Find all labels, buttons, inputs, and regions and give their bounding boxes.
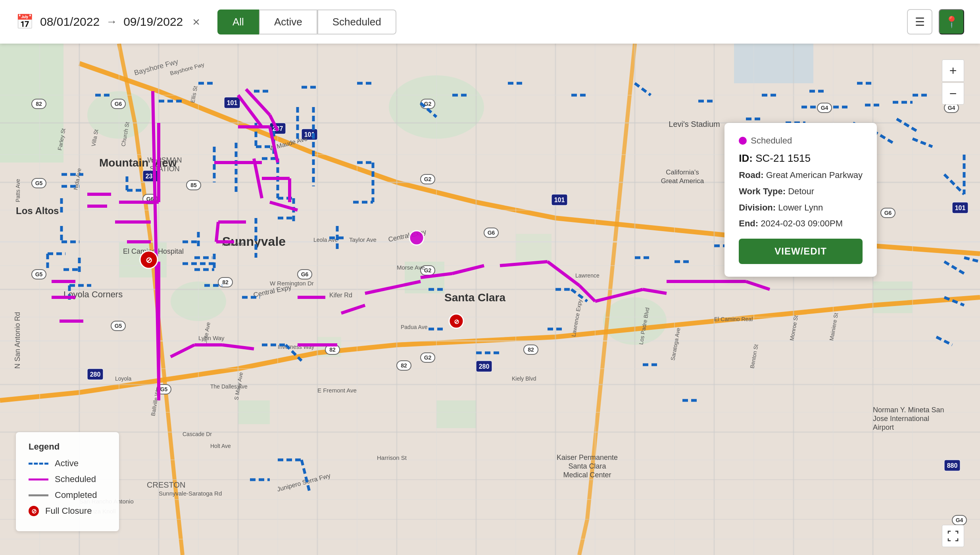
svg-text:CRESTON: CRESTON bbox=[147, 480, 185, 489]
map-svg: Mountain View Los Altos Sunnyvale Santa … bbox=[0, 44, 980, 555]
svg-text:G5: G5 bbox=[35, 271, 43, 278]
map-pin-icon: 📍 bbox=[945, 15, 959, 29]
popup-end-value: 2024-02-03 09:00PM bbox=[761, 218, 843, 228]
svg-text:82: 82 bbox=[528, 346, 534, 353]
popup-work-type-value: Detour bbox=[788, 186, 814, 196]
clear-button[interactable]: × bbox=[192, 15, 200, 29]
svg-rect-1 bbox=[734, 44, 813, 83]
date-section: 📅 08/01/2022 → 09/19/2022 × bbox=[16, 13, 200, 30]
svg-text:101: 101 bbox=[955, 205, 966, 211]
active-line-indicator bbox=[29, 463, 48, 465]
svg-text:280: 280 bbox=[90, 371, 101, 378]
svg-text:82: 82 bbox=[329, 346, 336, 353]
completed-line-indicator bbox=[29, 494, 48, 496]
calendar-icon: 📅 bbox=[16, 13, 34, 30]
arrow-icon: → bbox=[106, 15, 117, 28]
svg-text:Cascade Dr: Cascade Dr bbox=[183, 431, 212, 437]
legend-item-active: Active bbox=[29, 458, 106, 469]
svg-text:Kiely Blvd: Kiely Blvd bbox=[512, 375, 536, 382]
svg-text:Lawrence: Lawrence bbox=[575, 272, 600, 279]
svg-text:101: 101 bbox=[227, 100, 238, 106]
scheduled-line-indicator bbox=[29, 478, 48, 480]
list-icon: ☰ bbox=[915, 15, 925, 29]
popup-status-dot bbox=[739, 137, 747, 145]
legend-item-completed: Completed bbox=[29, 490, 106, 500]
legend-completed-label: Completed bbox=[55, 490, 97, 500]
svg-text:82: 82 bbox=[401, 362, 407, 369]
zoom-out-button[interactable]: − bbox=[942, 82, 964, 105]
svg-text:82: 82 bbox=[36, 101, 42, 107]
svg-text:85: 85 bbox=[190, 182, 197, 188]
filter-all-button[interactable]: All bbox=[217, 10, 259, 34]
zoom-in-button[interactable]: + bbox=[942, 59, 964, 82]
svg-text:⊘: ⊘ bbox=[454, 318, 459, 325]
svg-text:280: 280 bbox=[479, 363, 490, 370]
svg-text:Kaiser Permanente: Kaiser Permanente bbox=[557, 454, 618, 461]
svg-text:Jose International: Jose International bbox=[873, 415, 929, 423]
popup-id-label: ID: bbox=[739, 152, 753, 164]
svg-rect-9 bbox=[436, 400, 476, 428]
full-closure-indicator: ⊘ bbox=[29, 506, 39, 516]
svg-text:101: 101 bbox=[554, 197, 565, 203]
svg-text:G5: G5 bbox=[115, 323, 122, 329]
zoom-controls: + − bbox=[942, 59, 964, 105]
list-view-button[interactable]: ☰ bbox=[907, 9, 932, 34]
filter-scheduled-button[interactable]: Scheduled bbox=[317, 10, 396, 34]
svg-rect-12 bbox=[873, 281, 913, 313]
popup-end-label: End: bbox=[739, 218, 758, 228]
svg-text:El Camino Real: El Camino Real bbox=[714, 316, 753, 322]
filter-active-button[interactable]: Active bbox=[259, 10, 317, 34]
svg-text:Santa Clara: Santa Clara bbox=[444, 291, 505, 304]
legend-active-label: Active bbox=[55, 458, 79, 469]
map-view-button[interactable]: 📍 bbox=[939, 9, 964, 34]
date-end: 09/19/2022 bbox=[123, 15, 183, 29]
svg-text:Sunnyvale-Saratoga Rd: Sunnyvale-Saratoga Rd bbox=[159, 490, 222, 497]
svg-text:Airport: Airport bbox=[873, 423, 894, 431]
svg-text:Levi's Stadium: Levi's Stadium bbox=[669, 120, 720, 128]
popup-id: ID: SC-21 1515 bbox=[739, 152, 863, 165]
svg-text:⊘: ⊘ bbox=[146, 256, 152, 264]
svg-text:G6: G6 bbox=[301, 271, 309, 278]
svg-text:Loyola: Loyola bbox=[115, 375, 131, 382]
svg-text:Morse Ave: Morse Ave bbox=[397, 264, 425, 271]
popup-work-type: Work Type: Detour bbox=[739, 186, 863, 198]
svg-text:G2: G2 bbox=[424, 267, 432, 274]
svg-rect-15 bbox=[516, 234, 551, 262]
svg-text:G2: G2 bbox=[424, 354, 432, 361]
svg-text:W Remington Dr: W Remington Dr bbox=[270, 280, 314, 287]
map-popup: Scheduled ID: SC-21 1515 Road: Great Ame… bbox=[724, 123, 877, 277]
svg-text:G4: G4 bbox=[821, 105, 828, 111]
popup-road-label: Road: bbox=[739, 170, 763, 180]
popup-id-value: SC-21 1515 bbox=[755, 152, 811, 164]
view-edit-button[interactable]: VIEW/EDIT bbox=[739, 239, 863, 264]
legend-scheduled-label: Scheduled bbox=[55, 474, 96, 484]
svg-text:G6: G6 bbox=[115, 101, 122, 107]
svg-text:G2: G2 bbox=[424, 176, 432, 182]
popup-status-label: Scheduled bbox=[751, 136, 792, 146]
svg-text:Padua Ave: Padua Ave bbox=[401, 324, 428, 330]
map-area[interactable]: Mountain View Los Altos Sunnyvale Santa … bbox=[0, 44, 980, 555]
svg-text:N San Antonio Rd: N San Antonio Rd bbox=[13, 312, 21, 369]
popup-division-label: Division: bbox=[739, 203, 776, 212]
svg-text:G5: G5 bbox=[160, 386, 168, 392]
legend-item-scheduled: Scheduled bbox=[29, 474, 106, 484]
popup-status: Scheduled bbox=[739, 136, 863, 146]
fullscreen-button[interactable] bbox=[942, 525, 964, 547]
svg-text:Great America: Great America bbox=[661, 177, 704, 185]
svg-text:G6: G6 bbox=[884, 210, 892, 216]
svg-text:Santa Clara: Santa Clara bbox=[568, 462, 606, 470]
svg-text:G6: G6 bbox=[488, 230, 495, 236]
svg-text:E Fremont Ave: E Fremont Ave bbox=[317, 387, 357, 394]
svg-text:Los Altos: Los Altos bbox=[16, 205, 59, 216]
svg-text:G4: G4 bbox=[948, 105, 955, 111]
header-right: ☰ 📍 bbox=[907, 9, 964, 34]
svg-text:880: 880 bbox=[947, 462, 958, 469]
svg-line-286 bbox=[216, 222, 218, 242]
svg-text:Holt Ave: Holt Ave bbox=[210, 443, 231, 449]
popup-road: Road: Great American Parkway bbox=[739, 169, 863, 182]
legend-item-full-closure: ⊘ Full Closure bbox=[29, 506, 106, 516]
popup-road-value: Great American Parkway bbox=[766, 170, 863, 180]
svg-text:Kifer Rd: Kifer Rd bbox=[329, 292, 352, 299]
filter-buttons: All Active Scheduled bbox=[217, 10, 396, 34]
date-start: 08/01/2022 bbox=[40, 15, 100, 29]
